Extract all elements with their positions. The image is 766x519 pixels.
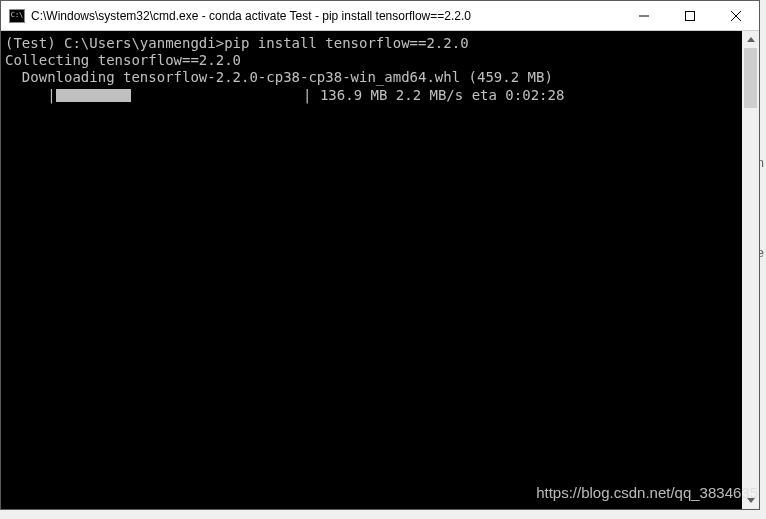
cmd-window: C:\ C:\Windows\system32\cmd.exe - conda … [0,0,760,510]
command-text: pip install tensorflow==2.2.0 [224,35,468,51]
console-output[interactable]: (Test) C:\Users\yanmengdi>pip install te… [1,31,742,509]
svg-marker-5 [747,498,755,503]
window-title: C:\Windows\system32\cmd.exe - conda acti… [31,9,621,23]
minimize-button[interactable] [621,1,667,30]
prompt-text: (Test) C:\Users\yanmengdi> [5,35,224,51]
progress-prefix: | [5,87,56,103]
progress-empty [131,89,304,102]
chevron-up-icon [747,37,755,42]
scroll-up-button[interactable] [742,31,759,48]
cmd-icon: C:\ [9,9,25,23]
progress-line: || 136.9 MB 2.2 MB/s eta 0:02:28 [5,87,564,103]
output-line: Downloading tensorflow-2.2.0-cp38-cp38-w… [5,69,553,85]
scroll-down-button[interactable] [742,492,759,509]
vertical-scrollbar[interactable] [742,31,759,509]
scroll-thumb[interactable] [744,48,757,108]
svg-rect-1 [686,11,695,20]
maximize-button[interactable] [667,1,713,30]
close-icon [731,11,741,21]
output-line: Collecting tensorflow==2.2.0 [5,52,241,68]
cmd-icon-text: C:\ [11,12,24,19]
chevron-down-icon [747,498,755,503]
scroll-track[interactable] [742,48,759,492]
progress-fill [56,89,131,102]
progress-bar [56,86,304,103]
progress-suffix: | 136.9 MB 2.2 MB/s eta 0:02:28 [303,87,564,103]
titlebar[interactable]: C:\ C:\Windows\system32\cmd.exe - conda … [1,1,759,31]
maximize-icon [685,11,695,21]
minimize-icon [639,11,649,21]
console-area: (Test) C:\Users\yanmengdi>pip install te… [1,31,759,509]
window-controls [621,1,759,30]
close-button[interactable] [713,1,759,30]
svg-marker-4 [747,37,755,42]
